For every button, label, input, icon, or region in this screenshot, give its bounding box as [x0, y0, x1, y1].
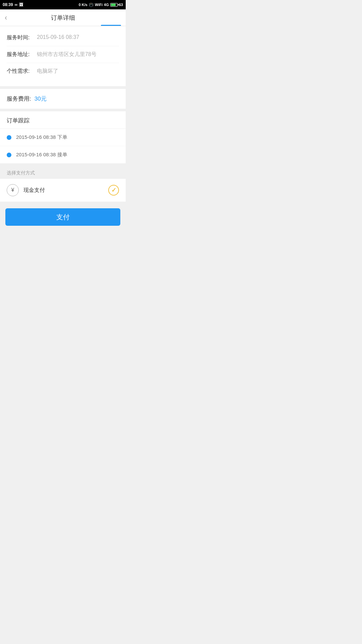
check-mark-icon: ✓	[111, 186, 116, 194]
page-header: ‹ 订单详细	[0, 9, 126, 26]
fee-label: 服务费用:	[7, 95, 31, 103]
custom-need-row: 个性需求: 电脑坏了	[7, 63, 119, 79]
tracking-item-2: 2015-09-16 08:38 接单	[0, 146, 126, 163]
page-title: 订单详细	[51, 14, 75, 22]
custom-need-value: 电脑坏了	[37, 68, 119, 75]
pay-button-area: 支付	[0, 204, 126, 232]
status-left: 08:39 ∞ 🖼	[3, 2, 23, 7]
infinity-icon: ∞	[15, 2, 18, 7]
battery-icon	[110, 3, 118, 7]
signal-icon: 4G	[104, 3, 109, 7]
service-time-value: 2015-09-16 08:37	[37, 34, 119, 40]
payment-label: 选择支付方式	[0, 166, 126, 179]
pay-button[interactable]: 支付	[5, 208, 120, 226]
fee-value: 30元	[35, 95, 47, 103]
tracking-item: 2015-09-16 08:38 下单	[0, 129, 126, 146]
custom-need-label: 个性需求:	[7, 68, 37, 75]
vibrate-icon: 📳	[89, 3, 94, 7]
speed-indicator: 0 K/s	[79, 3, 87, 7]
tracking-text-1: 2015-09-16 08:38 下单	[16, 134, 67, 141]
header-indicator	[101, 25, 121, 26]
tracking-text-2: 2015-09-16 08:38 接单	[16, 152, 67, 158]
tracking-section: 订单跟踪 2015-09-16 08:38 下单 2015-09-16 08:3…	[0, 111, 126, 163]
wifi-icon: WiFi	[95, 3, 103, 7]
main-content: 服务时间: 2015-09-16 08:37 服务地址: 锦州市古塔区女儿里78…	[0, 26, 126, 232]
service-address-row: 服务地址: 锦州市古塔区女儿里78号	[7, 46, 119, 63]
status-bar: 08:39 ∞ 🖼 0 K/s 📳 WiFi 4G 63	[0, 0, 126, 9]
image-icon: 🖼	[19, 2, 23, 7]
payment-name: 现金支付	[23, 187, 108, 194]
status-right: 0 K/s 📳 WiFi 4G 63	[79, 3, 123, 7]
fee-section: 服务费用: 30元	[0, 89, 126, 109]
tracking-dot-1	[7, 135, 11, 140]
service-time-row: 服务时间: 2015-09-16 08:37	[7, 30, 119, 46]
service-address-label: 服务地址:	[7, 51, 37, 58]
yen-icon: ¥	[7, 184, 19, 196]
service-address-value: 锦州市古塔区女儿里78号	[37, 51, 119, 58]
order-info-card: 服务时间: 2015-09-16 08:37 服务地址: 锦州市古塔区女儿里78…	[0, 26, 126, 86]
time-display: 08:39	[3, 2, 13, 7]
back-button[interactable]: ‹	[5, 13, 7, 22]
payment-check: ✓	[108, 185, 119, 196]
service-time-label: 服务时间:	[7, 34, 37, 41]
tracking-dot-2	[7, 153, 11, 157]
payment-option[interactable]: ¥ 现金支付 ✓	[0, 179, 126, 202]
battery-percent: 63	[119, 3, 123, 7]
tracking-title: 订单跟踪	[0, 111, 126, 129]
